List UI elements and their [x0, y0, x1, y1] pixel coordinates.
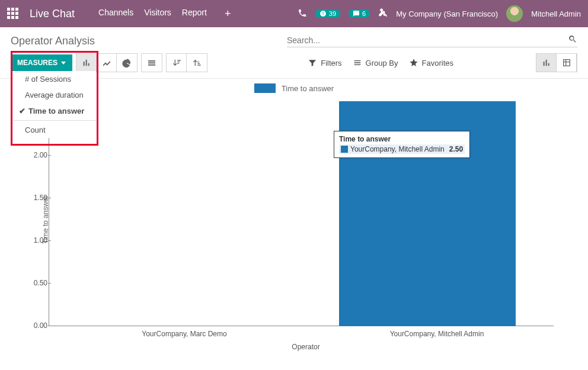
ytick: 1.50 [30, 194, 47, 202]
filters-label: Filters [321, 59, 341, 67]
systray: 39 6 My Company (San Francisco) Mitchell… [298, 5, 581, 22]
check-icon: ✔ [19, 107, 25, 115]
app-brand[interactable]: Live Chat [30, 8, 75, 20]
menu-visitors[interactable]: Visitors [144, 8, 171, 20]
page-title: Operator Analysis [11, 35, 95, 47]
stacked-group [141, 53, 162, 72]
measures-dropdown: # of Sessions Average duration ✔ Time to… [13, 71, 96, 138]
activity-badge[interactable]: 39 [315, 9, 340, 18]
pivot-view-icon[interactable] [557, 54, 577, 72]
subheader: Operator Analysis [0, 27, 588, 47]
groupby-button[interactable]: Group By [347, 55, 404, 70]
bar-chart-icon[interactable] [76, 54, 97, 72]
bars-layer [49, 101, 554, 326]
chart-tooltip: Time to answer YourCompany, Mitchell Adm… [334, 131, 470, 158]
caret-down-icon [61, 62, 66, 65]
view-switcher [536, 53, 577, 72]
ytick: 1.00 [30, 236, 47, 244]
chart-type-group [76, 53, 138, 72]
favorites-label: Favorites [422, 59, 453, 67]
avatar[interactable] [506, 5, 523, 22]
phone-icon[interactable] [298, 8, 307, 20]
sort-group [166, 53, 207, 72]
filters-button[interactable]: Filters [302, 55, 347, 70]
plus-icon[interactable]: + [225, 8, 231, 20]
tooltip-title: Time to answer [339, 135, 465, 143]
pie-chart-icon[interactable] [117, 54, 137, 72]
measures-label: MEASURES [17, 59, 57, 67]
search-icon[interactable] [568, 34, 577, 46]
activity-count: 39 [329, 10, 336, 17]
chart-plot: Time to answer 0.00 0.50 1.00 1.50 2.00 … [34, 95, 577, 344]
line-chart-icon[interactable] [97, 54, 117, 72]
ytick: 0.50 [30, 279, 47, 287]
xtick: YourCompany, Mitchell Admin [301, 330, 573, 338]
apps-icon[interactable] [7, 8, 19, 20]
ytick: 2.00 [30, 151, 47, 159]
tooltip-swatch [341, 146, 348, 153]
legend-swatch [254, 83, 276, 93]
messages-badge[interactable]: 6 [349, 9, 370, 18]
tooltip-value: 2.50 [449, 145, 463, 153]
xtick: YourCompany, Marc Demo [49, 330, 320, 338]
ytick: 0.00 [30, 321, 47, 330]
messages-count: 6 [362, 10, 366, 17]
menu-channels[interactable]: Channels [98, 8, 133, 20]
stacked-icon[interactable] [142, 54, 162, 72]
tooltip-series: YourCompany, Mitchell Admin [350, 145, 445, 153]
measure-option-count[interactable]: Count [13, 122, 96, 138]
favorites-button[interactable]: Favorites [404, 55, 459, 70]
company-name[interactable]: My Company (San Francisco) [396, 9, 498, 18]
graph-view-icon[interactable] [536, 54, 557, 72]
topbar: Live Chat Channels Visitors Report + 39 … [0, 0, 588, 27]
measure-option-avg-duration[interactable]: Average duration [13, 87, 96, 103]
legend-label: Time to answer [282, 84, 334, 93]
search-input[interactable] [287, 36, 568, 45]
sort-desc-icon[interactable] [167, 54, 187, 72]
measures-button[interactable]: MEASURES [11, 54, 72, 71]
search-bar[interactable] [287, 34, 577, 47]
x-axis-label: Operator [292, 343, 319, 351]
sort-asc-icon[interactable] [187, 54, 207, 72]
top-menu: Channels Visitors Report + [98, 8, 231, 20]
measure-option-time-to-answer[interactable]: ✔ Time to answer [13, 103, 96, 119]
user-name[interactable]: Mitchell Admin [531, 9, 581, 18]
groupby-label: Group By [366, 59, 398, 67]
menu-report[interactable]: Report [182, 8, 207, 20]
measure-option-sessions[interactable]: # of Sessions [13, 71, 96, 87]
settings-icon[interactable] [378, 8, 388, 20]
